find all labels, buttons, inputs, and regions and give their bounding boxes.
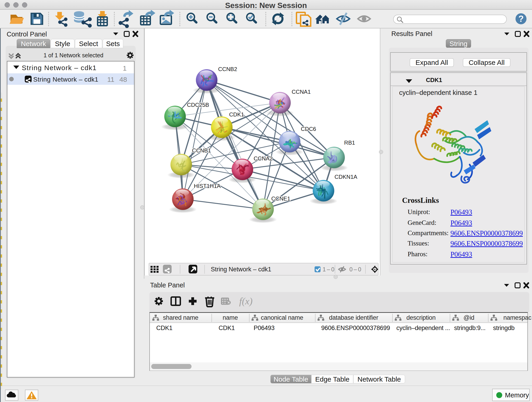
svg-text:String Network – cdk1: String Network – cdk1 [211,266,271,273]
svg-text:CCNB1: CCNB1 [192,147,211,153]
svg-text:?: ? [518,14,524,24]
svg-text:CCNA1: CCNA1 [292,89,311,95]
svg-text:CCNA2: CCNA2 [254,155,273,162]
svg-text:CDC25B: CDC25B [187,102,209,108]
svg-text:CDC6: CDC6 [301,126,316,132]
svg-text:CDK1: CDK1 [229,111,244,118]
svg-text:CDKN1A: CDKN1A [335,174,357,180]
svg-text:CCNE1: CCNE1 [271,196,290,202]
svg-text:1 – 0: 1 – 0 [323,266,334,273]
svg-text:HIST1H1A: HIST1H1A [194,183,221,189]
svg-text:RB1: RB1 [344,140,355,146]
svg-text:CCNB2: CCNB2 [218,66,237,72]
svg-text:0 – 0: 0 – 0 [349,266,361,273]
svg-text:f(x): f(x) [239,296,253,307]
